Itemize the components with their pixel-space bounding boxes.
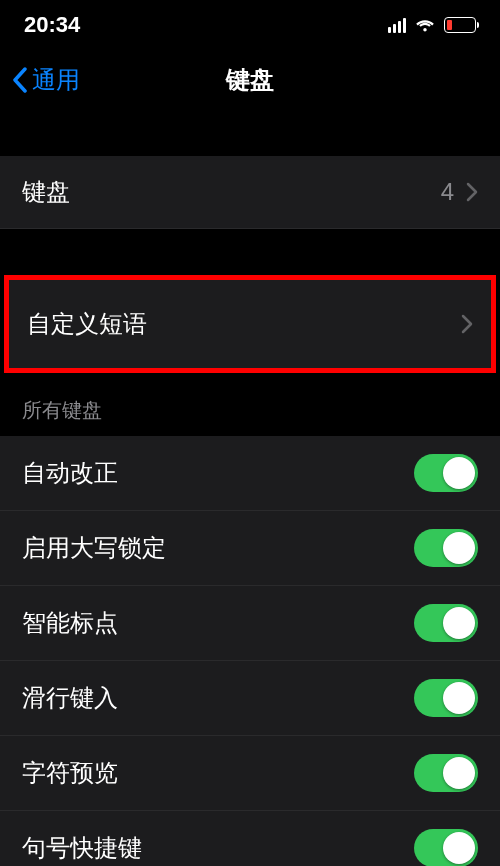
toggle-switch[interactable] <box>414 754 478 792</box>
status-time: 20:34 <box>24 12 80 38</box>
chevron-right-icon <box>461 314 473 334</box>
page-title: 键盘 <box>226 64 274 96</box>
back-label: 通用 <box>32 64 80 96</box>
toggle-row: 滑行键入 <box>0 661 500 736</box>
toggle-row: 自动改正 <box>0 436 500 511</box>
toggle-switch[interactable] <box>414 529 478 567</box>
battery-icon <box>444 17 476 33</box>
toggle-row: 句号快捷键 <box>0 811 500 866</box>
text-replacement-row[interactable]: 自定义短语 <box>9 280 491 368</box>
toggle-switch[interactable] <box>414 454 478 492</box>
navigation-bar: 通用 键盘 <box>0 50 500 110</box>
text-replacement-label: 自定义短语 <box>27 308 147 340</box>
toggle-label: 滑行键入 <box>22 682 118 714</box>
toggle-list: 自动改正启用大写锁定智能标点滑行键入字符预览句号快捷键 <box>0 436 500 866</box>
section-header-all-keyboards: 所有键盘 <box>0 373 500 436</box>
toggle-row: 启用大写锁定 <box>0 511 500 586</box>
wifi-icon <box>414 17 436 33</box>
toggle-label: 字符预览 <box>22 757 118 789</box>
toggle-label: 启用大写锁定 <box>22 532 166 564</box>
cellular-signal-icon <box>388 17 406 33</box>
keyboards-label: 键盘 <box>22 176 70 208</box>
toggle-switch[interactable] <box>414 679 478 717</box>
toggle-label: 智能标点 <box>22 607 118 639</box>
toggle-label: 自动改正 <box>22 457 118 489</box>
toggle-row: 字符预览 <box>0 736 500 811</box>
status-indicators <box>388 17 476 33</box>
toggle-row: 智能标点 <box>0 586 500 661</box>
status-bar: 20:34 <box>0 0 500 50</box>
highlight-annotation: 自定义短语 <box>4 275 496 373</box>
chevron-left-icon <box>12 67 28 93</box>
keyboards-count: 4 <box>441 178 454 206</box>
back-button[interactable]: 通用 <box>12 64 80 96</box>
toggle-switch[interactable] <box>414 604 478 642</box>
toggle-label: 句号快捷键 <box>22 832 142 864</box>
keyboards-row[interactable]: 键盘 4 <box>0 156 500 229</box>
toggle-switch[interactable] <box>414 829 478 866</box>
chevron-right-icon <box>466 182 478 202</box>
